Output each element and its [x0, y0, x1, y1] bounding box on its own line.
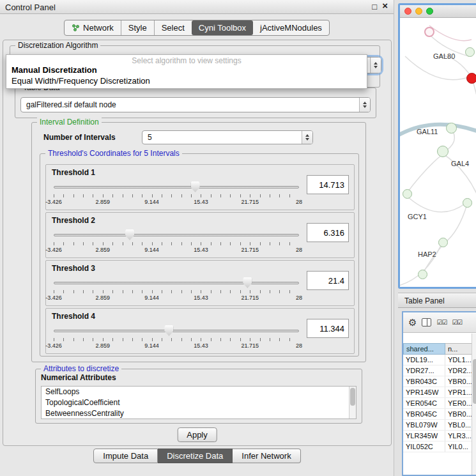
table-row[interactable]: YBL079WYBL0... [403, 420, 476, 431]
algorithm-dropdown-popup: Select algorithm to view settings Manual… [6, 54, 367, 89]
network-node[interactable] [438, 238, 448, 247]
slider-track[interactable] [54, 186, 299, 188]
network-node-highlighted[interactable] [466, 73, 476, 84]
close-traffic-light-icon[interactable] [404, 8, 411, 15]
columns-icon[interactable] [422, 318, 431, 326]
close-icon[interactable]: × [382, 1, 388, 11]
numerical-attributes-list[interactable]: SelfLoops TopologicalCoefficient Between… [41, 386, 357, 419]
tab-style[interactable]: Style [121, 20, 154, 35]
slider-track[interactable] [54, 234, 299, 236]
list-item[interactable]: BetweennessCentrality [42, 408, 356, 419]
network-node-label: GAL4 [451, 160, 469, 167]
tab-jactivemnodules[interactable]: jActiveMNodules [253, 20, 329, 35]
slider-track[interactable] [54, 282, 299, 284]
threshold-1-value-field[interactable] [307, 175, 349, 194]
dropdown-option-equal-width-frequency[interactable]: Equal Width/Frequency Discretization [6, 75, 367, 86]
gear-icon[interactable]: ⚙ [408, 318, 417, 327]
network-node[interactable] [437, 146, 449, 157]
network-node[interactable] [403, 189, 412, 199]
control-panel-window: Control Panel □ × Network Style Select C… [0, 0, 394, 476]
column-header-shared-name[interactable]: shared... [403, 343, 445, 355]
threshold-4-panel: Threshold 4 -3.426 2.859 9.144 15.43 21.… [45, 308, 355, 354]
tick-label: 2.859 [96, 295, 111, 301]
table-row[interactable]: YBR045CYBR0... [403, 409, 476, 420]
float-window-icon[interactable]: □ [372, 2, 377, 12]
slider-tick-labels: -3.426 2.859 9.144 15.43 21.715 28 [54, 247, 299, 254]
number-of-intervals-label: Number of Intervals [43, 133, 116, 142]
table-row[interactable]: YPR145WYPR1... [403, 387, 476, 398]
number-of-intervals-select[interactable]: 5 [142, 130, 313, 144]
tick-label: 15.43 [194, 342, 208, 349]
minimize-traffic-light-icon[interactable] [415, 8, 422, 15]
network-node[interactable] [418, 270, 427, 279]
group-title: Interval Definition [37, 118, 102, 127]
threshold-4-value-field[interactable] [307, 319, 349, 338]
filter-checkbox-icon[interactable]: ☑☑ [452, 319, 462, 326]
tick-label: 2.859 [96, 342, 111, 349]
table-scrollbar[interactable] [472, 334, 476, 475]
list-item[interactable]: SelfLoops [42, 387, 356, 397]
control-panel-titlebar: Control Panel □ × [0, 0, 394, 14]
network-node[interactable] [463, 198, 472, 208]
apply-button[interactable]: Apply [177, 427, 217, 442]
combo-stepper-icon [370, 58, 381, 73]
tab-cyni-toolbox[interactable]: Cyni Toolbox [192, 20, 253, 35]
network-canvas[interactable]: GAL80 GAL11 GAL4 GCY1 HAP2 [400, 18, 476, 286]
tab-infer-network[interactable]: Infer Network [233, 449, 300, 463]
tab-network[interactable]: Network [65, 20, 121, 35]
list-item[interactable]: TopologicalCoefficient [42, 397, 356, 408]
threshold-3-value-field[interactable] [307, 271, 349, 290]
network-node[interactable] [424, 27, 434, 37]
select-all-checkbox-icon[interactable]: ☑☑ [436, 319, 447, 326]
table-row[interactable]: YLR345WYLR3... [403, 431, 476, 441]
tick-label: -3.426 [45, 342, 62, 349]
threshold-1-panel: Threshold 1 -3.426 2.859 9.144 15.43 21.… [45, 164, 355, 210]
network-node-label: GAL11 [417, 128, 438, 135]
window-title: Control Panel [5, 3, 56, 12]
interval-definition-group: Interval Definition Number of Intervals … [31, 122, 366, 362]
list-scrollbar[interactable] [349, 387, 356, 418]
table-toolbar: ⚙ ☑☑ ☑☑ [403, 312, 476, 333]
threshold-2-slider[interactable]: -3.426 2.859 9.144 15.43 21.715 28 [54, 228, 299, 255]
zoom-traffic-light-icon[interactable] [426, 8, 433, 15]
network-node[interactable] [446, 123, 457, 134]
tick-label: 9.144 [144, 199, 159, 205]
scrollbar-thumb[interactable] [350, 388, 355, 406]
table-header-row: shared... n... [403, 343, 476, 355]
bottom-tabbar: Impute Data Discretize Data Infer Networ… [0, 449, 394, 463]
network-view-window: GAL80 GAL11 GAL4 GCY1 HAP2 [398, 3, 476, 289]
tab-select[interactable]: Select [154, 20, 192, 35]
table-row[interactable]: YDL19...YDL1... [403, 355, 476, 365]
slider-ticks [54, 338, 299, 341]
tab-discretize-data[interactable]: Discretize Data [158, 449, 233, 463]
table-row[interactable]: YDR27...YDR2... [403, 365, 476, 376]
tab-impute-data[interactable]: Impute Data [93, 449, 158, 463]
network-node[interactable] [465, 47, 475, 57]
table-row[interactable]: YER054CYER0... [403, 398, 476, 409]
threshold-2-value-field[interactable] [307, 223, 349, 242]
numerical-attributes-label: Numerical Attributes [41, 373, 116, 382]
slider-thumb[interactable] [125, 229, 134, 240]
slider-thumb[interactable] [243, 277, 252, 288]
scrollbar-thumb[interactable] [473, 359, 476, 404]
slider-ticks [54, 242, 299, 245]
tick-label: -3.426 [45, 199, 62, 205]
tick-label: 21.715 [241, 342, 259, 349]
threshold-3-slider[interactable]: -3.426 2.859 9.144 15.43 21.715 28 [54, 276, 299, 303]
threshold-1-slider[interactable]: -3.426 2.859 9.144 15.43 21.715 28 [54, 180, 299, 207]
slider-tick-labels: -3.426 2.859 9.144 15.43 21.715 28 [54, 295, 299, 302]
combo-stepper-icon [302, 131, 312, 144]
dropdown-option-manual-discretization[interactable]: Manual Discretization [6, 65, 367, 75]
table-panel-bar: Table Panel [398, 293, 476, 308]
tick-label: -3.426 [45, 295, 62, 301]
cyni-toolbox-panel: Discretization Algorithm Select algorith… [3, 40, 392, 446]
table-data-select[interactable]: galFiltered.sif default node [20, 97, 371, 112]
slider-thumb[interactable] [164, 325, 173, 336]
slider-track[interactable] [54, 330, 299, 332]
table-row[interactable]: YBR043CYBR0... [403, 376, 476, 387]
slider-thumb[interactable] [191, 181, 200, 192]
threshold-4-slider[interactable]: -3.426 2.859 9.144 15.43 21.715 28 [54, 324, 299, 351]
network-window-titlebar [400, 5, 476, 18]
table-row[interactable]: YIL052CYIL0... [403, 441, 476, 452]
combo-stepper-icon [359, 98, 370, 112]
